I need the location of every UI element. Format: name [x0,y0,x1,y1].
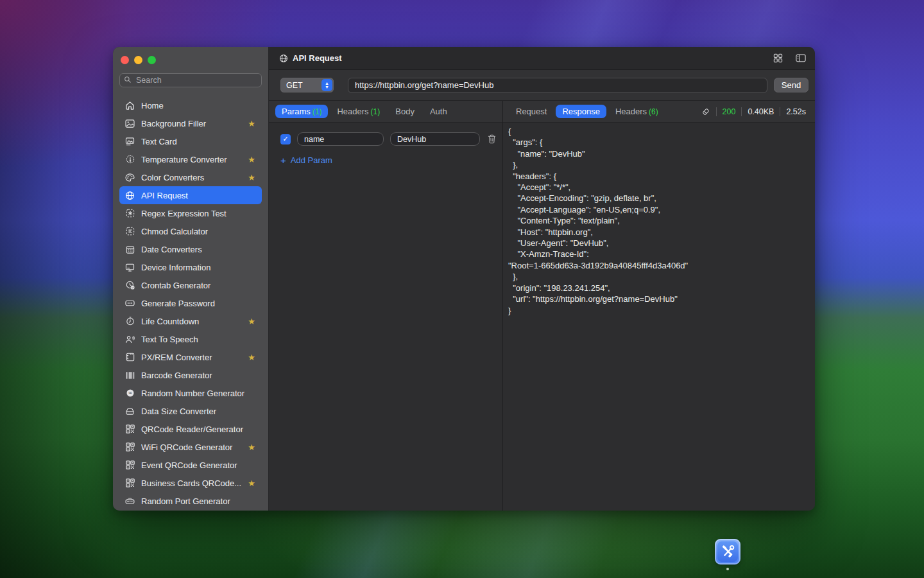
stopwatch-icon [124,317,135,326]
svg-text:∞: ∞ [128,390,132,396]
tab-label: Headers [615,107,647,116]
sidebar-item-event-qrcode-generator[interactable]: Event QRCode Generator [119,456,262,474]
json-line: "Accept-Encoding": "gzip, deflate, br", [508,193,810,204]
sidebar: HomeBackground Filler★Text CardTemperatu… [113,47,269,511]
sidebar-nav: HomeBackground Filler★Text CardTemperatu… [113,92,268,511]
main-area: API Request GET ▲▼ Send Params(1)Head [269,47,815,511]
tab-response[interactable]: Response [556,105,606,118]
text-card-icon [124,137,135,146]
grid-view-icon[interactable] [773,53,783,63]
sidebar-item-generate-password[interactable]: Generate Password [119,294,262,312]
plus-icon: + [280,155,286,166]
sidebar-item-home[interactable]: Home [119,96,262,114]
tab-body[interactable]: Body [389,105,421,118]
tab-label: Body [395,107,415,116]
sidebar-item-label: Temperature Converter [141,155,242,164]
sidebar-item-label: Random Number Generator [141,389,257,398]
running-indicator-dot [726,568,729,570]
sidebar-item-random-number-generator[interactable]: ∞Random Number Generator [119,384,262,402]
json-line: { [508,126,810,137]
tab-request[interactable]: Request [509,105,553,118]
sidebar-item-wifi-qrcode-generator[interactable]: WiFi QRCode Generator★ [119,438,262,456]
json-line: "origin": "198.23.241.254", [508,283,810,293]
param-key-input[interactable] [297,132,384,146]
url-input[interactable] [348,78,767,93]
barcode-icon [124,371,135,380]
sidebar-item-text-card[interactable]: Text Card [119,132,262,150]
sidebar-item-api-request[interactable]: API Request [119,186,262,204]
method-value: GET [286,81,321,90]
response-meta: 200 0.40KB 2.52s [701,107,809,116]
sidebar-item-px-rem-converter[interactable]: PX/REM Converter★ [119,348,262,366]
zoom-button[interactable] [148,56,156,64]
json-line: "args": { [508,137,810,148]
regex-icon [124,209,135,218]
sidebar-item-crontab-generator[interactable]: Crontab Generator [119,276,262,294]
sidebar-item-rsa-key-generator[interactable]: RSA Key Generator [119,510,262,511]
json-line: }, [508,271,810,282]
method-select[interactable]: GET ▲▼ [280,78,334,92]
sidebar-item-life-countdown[interactable]: Life Countdown★ [119,312,262,330]
devhub-dock-icon[interactable] [715,539,740,565]
response-time: 2.52s [786,107,806,116]
sidebar-item-date-converters[interactable]: Date Converters [119,240,262,258]
sidebar-item-label: QRCode Reader/Generator [141,425,257,434]
tab-headers[interactable]: Headers(6) [609,105,665,118]
sidebar-item-label: Text Card [141,137,257,146]
sidebar-item-label: Color Converters [141,173,242,182]
tab-count-badge: (1) [312,107,322,116]
json-line: "Accept": "*/*", [508,182,810,193]
sidebar-item-chmod-calculator[interactable]: Chmod Calculator [119,222,262,240]
favorite-star-icon: ★ [248,478,257,488]
ruler-icon [124,353,135,362]
json-line: } [508,305,810,316]
sidebar-item-data-size-converter[interactable]: Data Size Converter [119,402,262,420]
json-line: "Root=1-665dd63a-3d192b9a40845fff4d3a406… [508,260,810,271]
param-enabled-checkbox[interactable]: ✓ [280,134,291,144]
sidebar-item-text-to-speech[interactable]: Text To Speech [119,330,262,348]
send-button[interactable]: Send [774,78,809,92]
sidebar-item-barcode-generator[interactable]: Barcode Generator [119,366,262,384]
tab-headers[interactable]: Headers(1) [330,105,386,118]
toggle-sidebar-icon[interactable] [796,54,806,62]
sidebar-item-device-information[interactable]: Device Information [119,258,262,276]
json-line: "Content-Type": "text/plain", [508,215,810,226]
sidebar-item-random-port-generator[interactable]: Random Port Generator [119,492,262,510]
clear-response-icon[interactable] [701,107,710,116]
search-input[interactable] [135,75,257,85]
sidebar-item-temperature-converter[interactable]: Temperature Converter★ [119,150,262,168]
sidebar-item-background-filler[interactable]: Background Filler★ [119,114,262,132]
request-toolbar: GET ▲▼ Send [269,70,815,101]
minimize-button[interactable] [134,56,142,64]
close-button[interactable] [121,56,129,64]
sidebar-item-label: Barcode Generator [141,371,257,380]
sidebar-item-label: Life Countdown [141,317,242,326]
qrcode-icon [124,425,135,434]
delete-param-trash-icon[interactable] [488,134,496,144]
json-line: "Accept-Language": "en-US,en;q=0.9", [508,204,810,215]
response-body[interactable]: { "args": { "name": "DevHub" }, "headers… [503,123,815,511]
sidebar-item-label: Crontab Generator [141,281,257,290]
temperature-icon [124,155,135,164]
json-line: "X-Amzn-Trace-Id": [508,249,810,259]
response-size: 0.40KB [748,107,774,116]
qrcode-icon [124,442,135,451]
param-value-input[interactable] [390,132,480,146]
qrcode-icon [124,478,135,487]
sidebar-item-color-converters[interactable]: Color Converters★ [119,168,262,186]
sidebar-item-regex-expression-test[interactable]: Regex Expression Test [119,204,262,222]
sidebar-item-label: WiFi QRCode Generator [141,442,242,452]
sidebar-item-business-cards-qrcode[interactable]: Business Cards QRCode...★ [119,474,262,492]
params-body: ✓ + Add Param [269,123,502,511]
request-panel: Params(1)Headers(1)BodyAuth ✓ + Add Para… [269,101,503,511]
calendar-icon [124,245,135,254]
add-param-button[interactable]: + Add Param [280,155,502,166]
search-field[interactable] [119,73,262,87]
sidebar-item-qrcode-reader-generator[interactable]: QRCode Reader/Generator [119,420,262,438]
tab-params[interactable]: Params(1) [275,105,328,118]
tab-auth[interactable]: Auth [424,105,454,118]
favorite-star-icon: ★ [248,442,257,452]
speech-icon [124,335,135,344]
password-icon [124,300,135,306]
sidebar-item-label: Device Information [141,263,257,272]
